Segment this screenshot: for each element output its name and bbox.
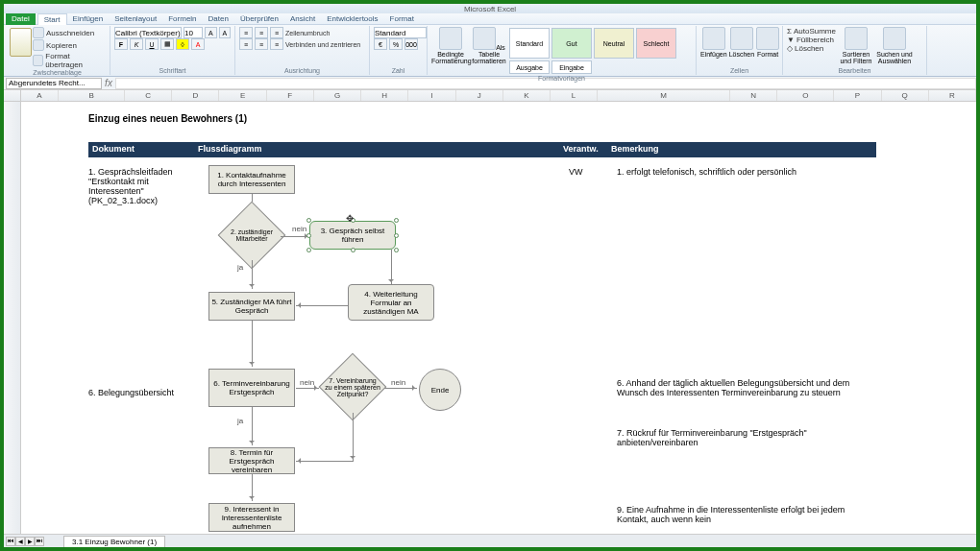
sheet-nav-first[interactable]: ⏮ <box>6 537 15 546</box>
flow-step-1[interactable]: 1. Kontaktaufnahme durch Interessenten <box>208 165 295 194</box>
align-mid-button[interactable]: ≡ <box>255 27 268 38</box>
italic-button[interactable]: K <box>130 38 143 50</box>
col-N[interactable]: N <box>730 90 777 101</box>
underline-button[interactable]: U <box>145 38 159 50</box>
col-G[interactable]: G <box>314 90 361 101</box>
tab-formulas[interactable]: Formeln <box>162 13 202 25</box>
flow-terminator-end[interactable]: Ende <box>419 369 461 411</box>
file-tab[interactable]: Datei <box>6 13 36 25</box>
arrow-6-7 <box>296 388 319 389</box>
font-color-button[interactable]: A <box>191 38 205 50</box>
resize-handle-ml[interactable] <box>306 233 311 238</box>
font-name-select[interactable] <box>114 27 182 38</box>
currency-button[interactable]: € <box>374 38 387 50</box>
fill-color-button[interactable]: ◊ <box>176 38 189 50</box>
increase-font-button[interactable]: A <box>205 27 217 38</box>
select-all-corner[interactable] <box>4 90 21 101</box>
col-F[interactable]: F <box>267 90 314 101</box>
resize-handle-mr[interactable] <box>394 233 399 238</box>
col-J[interactable]: J <box>456 90 503 101</box>
flow-step-3-selected[interactable]: 3. Gespräch selbst führen <box>309 221 396 250</box>
flow-decision-7[interactable]: 7. Vereinbarung zu einem späteren Zeitpu… <box>319 363 386 411</box>
autosum-button[interactable]: ΣAutoSumme <box>787 27 836 36</box>
worksheet[interactable]: Einzug eines neuen Bewohners (1) Dokumen… <box>4 102 976 536</box>
col-L[interactable]: L <box>551 90 598 101</box>
resize-handle-bc[interactable] <box>351 248 355 252</box>
resize-handle-tr[interactable] <box>394 218 399 223</box>
tab-format[interactable]: Format <box>384 13 420 25</box>
resize-handle-bl[interactable] <box>306 248 311 252</box>
resize-handle-tl[interactable] <box>306 218 311 223</box>
name-box[interactable] <box>6 78 102 89</box>
format-painter-button[interactable]: Format übertragen <box>33 52 106 69</box>
flow-step-9[interactable]: 9. Interessent in Interessentenliste auf… <box>208 503 295 532</box>
cell-style-input[interactable]: Eingabe <box>551 60 592 74</box>
cell-style-standard[interactable]: Standard <box>509 28 550 59</box>
fx-icon[interactable]: fx <box>102 78 115 88</box>
format-as-table-button[interactable]: Als Tabelle formatieren <box>470 27 508 75</box>
find-select-button[interactable]: Suchen und Auswählen <box>876 27 913 64</box>
border-button[interactable]: ▦ <box>160 38 174 50</box>
align-right-button[interactable]: ≡ <box>270 38 283 50</box>
sheet-nav-next[interactable]: ▶ <box>25 537 35 546</box>
insert-cells-button[interactable]: Einfügen <box>700 27 727 58</box>
col-H[interactable]: H <box>361 90 408 101</box>
tab-developer[interactable]: Entwicklertools <box>321 13 383 25</box>
tab-view[interactable]: Ansicht <box>284 13 321 25</box>
col-R[interactable]: R <box>929 90 976 101</box>
delete-cells-button[interactable]: Löschen <box>729 27 754 58</box>
align-left-button[interactable]: ≡ <box>239 38 253 50</box>
col-E[interactable]: E <box>219 90 266 101</box>
wrap-button[interactable]: Zeilenumbruch <box>285 30 330 36</box>
tab-review[interactable]: Überprüfen <box>234 13 284 25</box>
col-P[interactable]: P <box>834 90 881 101</box>
col-O[interactable]: O <box>777 90 834 101</box>
col-K[interactable]: K <box>503 90 551 101</box>
cut-button[interactable]: Ausschneiden <box>33 27 106 38</box>
col-A[interactable]: A <box>21 90 59 101</box>
clear-button[interactable]: ◇Löschen <box>787 44 836 53</box>
doc-text-1: 1. Gesprächsleitfaden "Erstkontakt mit I… <box>88 167 189 205</box>
percent-button[interactable]: % <box>389 38 403 50</box>
tab-insert[interactable]: Einfügen <box>67 13 110 25</box>
copy-button[interactable]: Kopieren <box>33 39 106 51</box>
align-top-button[interactable]: ≡ <box>239 27 253 38</box>
cell-style-neutral[interactable]: Neutral <box>594 28 634 59</box>
format-cells-button[interactable]: Format <box>756 27 779 58</box>
flow-step-4[interactable]: 4. Weiterleitung Formular an zuständigen… <box>348 284 434 321</box>
tab-start[interactable]: Start <box>37 13 67 25</box>
align-center-button[interactable]: ≡ <box>255 38 268 50</box>
flow-step-6[interactable]: 6. Terminvereinbarung Erstgespräch <box>208 369 295 407</box>
sort-filter-button[interactable]: Sortieren und Filtern <box>838 27 874 64</box>
sheet-tab-active[interactable]: 3.1 Einzug Bewohner (1) <box>63 536 165 547</box>
flow-step-8[interactable]: 8. Termin für Erstgespräch vereinbaren <box>208 447 295 474</box>
col-M[interactable]: M <box>598 90 730 101</box>
fill-button[interactable]: ▼Füllbereich <box>787 36 836 44</box>
tab-pagelayout[interactable]: Seitenlayout <box>109 13 162 25</box>
cell-style-output[interactable]: Ausgabe <box>509 60 550 74</box>
flow-step-5[interactable]: 5. Zuständiger MA führt Gespräch <box>208 292 295 321</box>
bold-button[interactable]: F <box>114 38 128 50</box>
align-bot-button[interactable]: ≡ <box>270 27 283 38</box>
conditional-icon <box>439 27 462 50</box>
title-bar: Microsoft Excel <box>4 4 976 13</box>
paste-icon[interactable] <box>10 28 32 57</box>
decrease-font-button[interactable]: A <box>219 27 232 38</box>
flow-decision-2[interactable]: 2. zuständiger Mitarbeiter <box>218 211 285 259</box>
col-Q[interactable]: Q <box>882 90 929 101</box>
col-I[interactable]: I <box>408 90 455 101</box>
merge-button[interactable]: Verbinden und zentrieren <box>285 41 360 48</box>
col-B[interactable]: B <box>59 90 125 101</box>
conditional-format-button[interactable]: Bedingte Formatierung <box>431 27 470 75</box>
resize-handle-br[interactable] <box>394 248 399 252</box>
sheet-nav-last[interactable]: ⏭ <box>35 537 44 546</box>
comma-button[interactable]: 000 <box>404 38 418 50</box>
number-format-select[interactable] <box>374 27 427 38</box>
col-C[interactable]: C <box>125 90 172 101</box>
font-size-select[interactable] <box>184 27 203 38</box>
sheet-nav-prev[interactable]: ◀ <box>15 537 25 546</box>
cell-style-bad[interactable]: Schlecht <box>636 28 676 59</box>
cell-style-good[interactable]: Gut <box>551 28 592 59</box>
tab-data[interactable]: Daten <box>203 13 234 25</box>
col-D[interactable]: D <box>172 90 219 101</box>
